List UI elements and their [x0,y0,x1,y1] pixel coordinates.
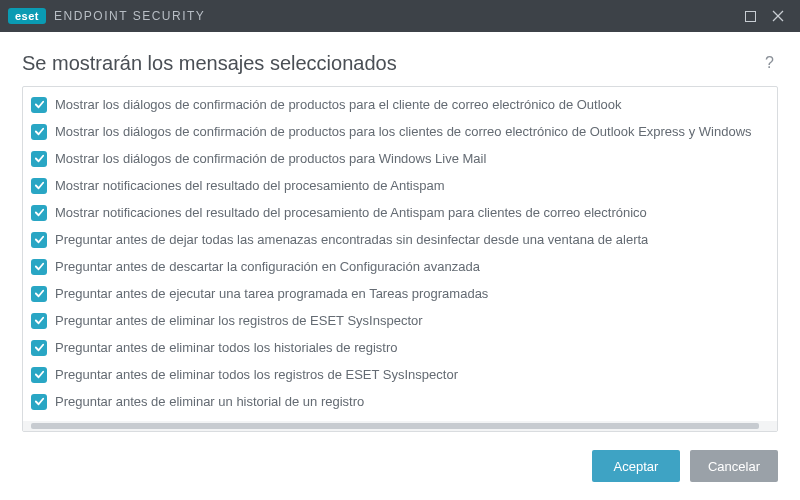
list-item-label: Preguntar antes de eliminar un historial… [55,394,364,410]
dialog-footer: Aceptar Cancelar [0,436,800,500]
list-item: Preguntar antes de eliminar todos los hi… [23,334,777,361]
list-item: Mostrar los diálogos de confirmación de … [23,145,777,172]
list-item-label: Mostrar los diálogos de confirmación de … [55,97,622,113]
list-item: Mostrar notificaciones del resultado del… [23,199,777,226]
header: Se mostrarán los mensajes seleccionados … [0,32,800,86]
checkbox[interactable] [31,340,47,356]
titlebar: eset ENDPOINT SECURITY [0,0,800,32]
list-item-label: Preguntar antes de ejecutar una tarea pr… [55,286,488,302]
list-item: Preguntar antes de eliminar todos los re… [23,361,777,388]
checkbox[interactable] [31,394,47,410]
list-item-label: Mostrar los diálogos de confirmación de … [55,124,752,140]
accept-button[interactable]: Aceptar [592,450,680,482]
checkbox[interactable] [31,151,47,167]
checkbox[interactable] [31,367,47,383]
list-item-label: Mostrar notificaciones del resultado del… [55,205,647,221]
checkbox[interactable] [31,205,47,221]
checkbox[interactable] [31,259,47,275]
cancel-button[interactable]: Cancelar [690,450,778,482]
checkbox[interactable] [31,97,47,113]
checkbox[interactable] [31,286,47,302]
list-item: Preguntar antes de eliminar un historial… [23,388,777,415]
list-item-label: Preguntar antes de descartar la configur… [55,259,480,275]
list-item: Mostrar los diálogos de confirmación de … [23,91,777,118]
list-item-label: Mostrar notificaciones del resultado del… [55,178,445,194]
list-item: Preguntar antes de dejar todas las amena… [23,226,777,253]
list-item-label: Preguntar antes de eliminar todos los re… [55,367,458,383]
list-item-label: Preguntar antes de eliminar los registro… [55,313,423,329]
list-item: Mostrar notificaciones del resultado del… [23,172,777,199]
list-item: Preguntar antes de ejecutar una tarea pr… [23,280,777,307]
brand-badge: eset [8,8,46,24]
list-item-label: Preguntar antes de eliminar todos los hi… [55,340,398,356]
checkbox[interactable] [31,313,47,329]
window-maximize-button[interactable] [736,2,764,30]
checkbox[interactable] [31,178,47,194]
list-item-label: Mostrar los diálogos de confirmación de … [55,151,486,167]
checkbox[interactable] [31,232,47,248]
checkbox[interactable] [31,124,47,140]
list-item-label: Preguntar antes de dejar todas las amena… [55,232,648,248]
message-list-scroll[interactable]: Mostrar los diálogos de confirmación de … [23,87,777,421]
message-list-panel: Mostrar los diálogos de confirmación de … [22,86,778,432]
page-title: Se mostrarán los mensajes seleccionados [22,52,761,75]
brand-text: ENDPOINT SECURITY [54,9,205,23]
svg-rect-0 [745,11,755,21]
horizontal-scrollbar-thumb[interactable] [31,423,759,429]
list-item: Preguntar antes de descartar la configur… [23,253,777,280]
list-item: Mostrar los diálogos de confirmación de … [23,118,777,145]
list-item: Preguntar antes de eliminar los registro… [23,307,777,334]
horizontal-scrollbar[interactable] [23,421,777,431]
help-icon[interactable]: ? [761,50,778,76]
window-close-button[interactable] [764,2,792,30]
